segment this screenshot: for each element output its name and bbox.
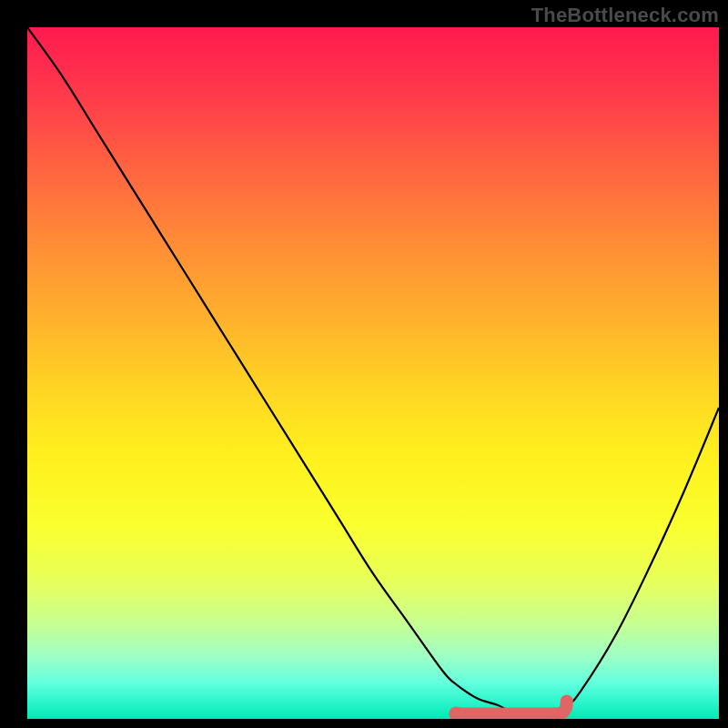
plot-area	[27, 27, 719, 719]
watermark-text: TheBottleneck.com	[531, 4, 719, 27]
bottleneck-curve	[27, 27, 719, 713]
optimal-range-marker	[456, 701, 567, 713]
chart-frame: TheBottleneck.com	[0, 0, 728, 728]
plot-svg	[27, 27, 719, 719]
